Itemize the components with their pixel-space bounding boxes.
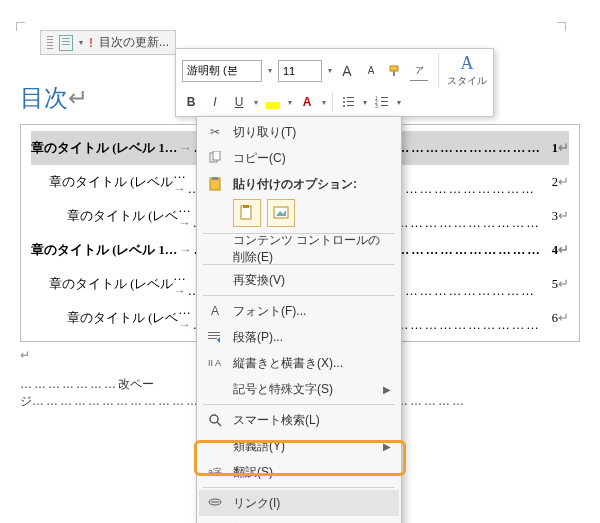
svg-rect-17 bbox=[212, 177, 218, 180]
link-icon bbox=[207, 496, 223, 510]
pilcrow-icon: ↵ bbox=[558, 140, 569, 156]
toc-text: 章のタイトル (レベル 1 bbox=[31, 242, 165, 259]
toc-page: 5 bbox=[548, 277, 558, 292]
separator bbox=[203, 404, 395, 405]
menu-new-comment[interactable]: 新しいコメント(M) bbox=[199, 516, 399, 523]
copy-icon bbox=[207, 151, 223, 165]
menu-delete-content-control[interactable]: コンテンツ コントロールの削除(E) bbox=[199, 236, 399, 262]
chevron-right-icon: ▶ bbox=[383, 441, 391, 452]
chevron-down-icon[interactable]: ▾ bbox=[328, 66, 332, 75]
toc-text: 章のタイトル (レベ bbox=[67, 208, 178, 225]
menu-cut[interactable]: ✂ 切り取り(T) bbox=[199, 119, 399, 145]
menu-symbols[interactable]: 記号と特殊文字(S) ▶ bbox=[199, 376, 399, 402]
refresh-icon[interactable]: ! bbox=[89, 36, 93, 50]
svg-rect-0 bbox=[390, 66, 398, 71]
chevron-down-icon[interactable]: ▾ bbox=[268, 66, 272, 75]
text-direction-icon: IIA bbox=[207, 356, 223, 370]
separator bbox=[203, 295, 395, 296]
svg-line-28 bbox=[217, 422, 221, 426]
menu-link[interactable]: リンク(I) bbox=[199, 490, 399, 516]
svg-rect-19 bbox=[243, 205, 249, 208]
toc-page: 4 bbox=[548, 243, 558, 258]
menu-font[interactable]: A フォント(F)... bbox=[199, 298, 399, 324]
svg-point-27 bbox=[210, 415, 218, 423]
menu-text-direction[interactable]: IIA 縦書きと横書き(X)... bbox=[199, 350, 399, 376]
svg-rect-1 bbox=[393, 71, 395, 76]
font-icon: A bbox=[207, 304, 223, 318]
toc-text: 章のタイトル (レベ bbox=[67, 310, 178, 327]
translate-icon: a字 bbox=[207, 466, 223, 479]
menu-translate[interactable]: a字 翻訳(S) bbox=[199, 459, 399, 485]
svg-rect-24 bbox=[208, 338, 217, 339]
toc-toolbar: ▾ ! 目次の更新... bbox=[40, 30, 176, 55]
paste-picture-button[interactable] bbox=[267, 199, 295, 227]
svg-text:II: II bbox=[208, 358, 213, 368]
toc-page: 1 bbox=[548, 141, 558, 156]
menu-reconvert[interactable]: 再変換(V) bbox=[199, 267, 399, 293]
menu-smart-lookup[interactable]: スマート検索(L) bbox=[199, 407, 399, 433]
svg-rect-15 bbox=[213, 151, 220, 160]
svg-rect-23 bbox=[208, 335, 220, 336]
pilcrow-icon: ↵ bbox=[558, 310, 569, 326]
toc-text: 章のタイトル (レベル bbox=[49, 174, 173, 191]
toc-page: 2 bbox=[548, 175, 558, 190]
pilcrow-icon: ↵ bbox=[558, 174, 569, 190]
toc-page: 6 bbox=[548, 311, 558, 326]
paste-keep-formatting-button[interactable] bbox=[233, 199, 261, 227]
toc-icon[interactable] bbox=[59, 35, 73, 51]
pilcrow-icon: ↵ bbox=[558, 276, 569, 292]
menu-paste-header: 貼り付けのオプション: bbox=[199, 171, 399, 197]
paragraph-icon bbox=[207, 331, 223, 343]
scissors-icon: ✂ bbox=[207, 125, 223, 139]
svg-rect-22 bbox=[208, 332, 220, 333]
toc-page: 3 bbox=[548, 209, 558, 224]
menu-copy[interactable]: コピー(C) bbox=[199, 145, 399, 171]
pilcrow-icon: ↵ bbox=[558, 208, 569, 224]
search-icon bbox=[207, 413, 223, 427]
chevron-right-icon: ▶ bbox=[383, 384, 391, 395]
paste-options-row bbox=[199, 197, 399, 231]
update-toc-button[interactable]: 目次の更新... bbox=[99, 34, 169, 51]
toc-text: 章のタイトル (レベル bbox=[49, 276, 173, 293]
separator bbox=[203, 487, 395, 488]
context-menu: ✂ 切り取り(T) コピー(C) 貼り付けのオプション: コンテンツ コントロー… bbox=[196, 116, 402, 523]
clipboard-icon bbox=[207, 177, 223, 191]
chevron-down-icon[interactable]: ▾ bbox=[79, 38, 83, 47]
svg-text:A: A bbox=[215, 358, 221, 368]
grip-icon bbox=[47, 36, 53, 50]
menu-synonyms[interactable]: 類義語(Y) ▶ bbox=[199, 433, 399, 459]
toc-text: 章のタイトル (レベル 1 bbox=[31, 140, 165, 157]
pilcrow-icon: ↵ bbox=[558, 242, 569, 258]
menu-paragraph[interactable]: 段落(P)... bbox=[199, 324, 399, 350]
